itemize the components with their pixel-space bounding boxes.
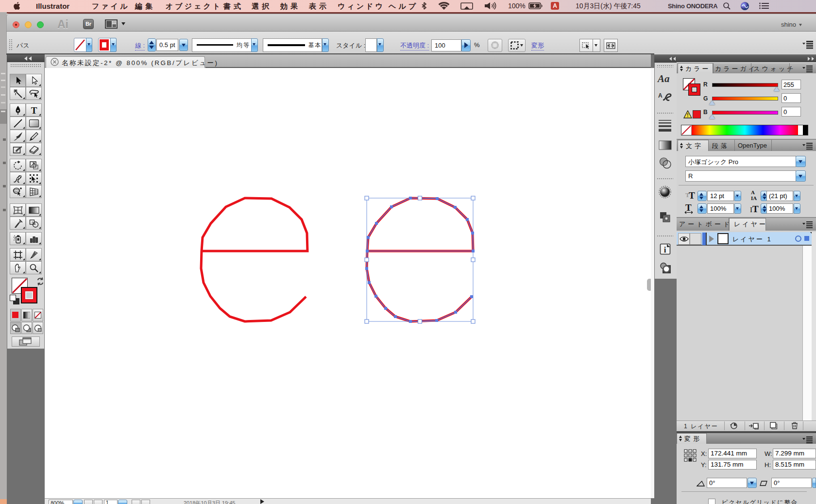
svg-text:i: i	[664, 245, 666, 254]
svg-text:T: T	[31, 105, 37, 115]
svg-text:!: !	[687, 113, 688, 118]
